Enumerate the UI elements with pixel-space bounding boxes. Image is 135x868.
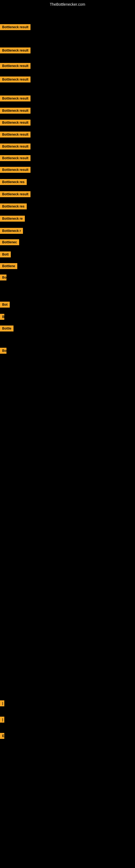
bottleneck-badge-9: Bottleneck result: [0, 155, 31, 161]
bottleneck-badge-5: Bottleneck result: [0, 108, 31, 114]
result-row-6: Bottleneck result: [0, 120, 31, 127]
bottleneck-badge-0: Bottleneck result: [0, 24, 31, 30]
bottleneck-badge-13: Bottleneck res: [0, 204, 27, 209]
result-row-1: Bottleneck result: [0, 48, 31, 55]
result-row-12: Bottleneck result: [0, 191, 31, 198]
result-row-10: Bottleneck result: [0, 167, 31, 174]
bottleneck-badge-10: Bottleneck result: [0, 167, 31, 173]
bottleneck-badge-11: Bottleneck res: [0, 179, 27, 185]
result-row-2: Bottleneck result: [0, 63, 31, 70]
result-row-9: Bottleneck result: [0, 155, 31, 162]
bottleneck-badge-6: Bottleneck result: [0, 120, 31, 126]
bottleneck-badge-17: Bott: [0, 251, 11, 257]
result-row-13: Bottleneck res: [0, 204, 27, 211]
result-row-19: Bo: [0, 275, 6, 282]
bottleneck-badge-21: B: [0, 314, 4, 320]
bottleneck-badge-1: Bottleneck result: [0, 48, 31, 54]
bottleneck-badge-26: E: [0, 733, 4, 739]
bottleneck-badge-20: Bot: [0, 302, 10, 308]
result-row-18: Bottlene: [0, 263, 17, 270]
result-row-0: Bottleneck result: [0, 24, 31, 31]
result-row-16: Bottlenec: [0, 239, 19, 246]
bottleneck-badge-24: |: [0, 701, 4, 706]
bottleneck-badge-19: Bo: [0, 275, 6, 280]
bottleneck-badge-23: Bo: [0, 348, 6, 354]
result-row-5: Bottleneck result: [0, 108, 31, 115]
result-row-25: |: [0, 717, 4, 724]
result-row-7: Bottleneck result: [0, 131, 31, 138]
result-row-4: Bottleneck result: [0, 95, 31, 102]
bottleneck-badge-16: Bottlenec: [0, 239, 19, 245]
bottleneck-badge-25: |: [0, 717, 4, 723]
bottleneck-badge-15: Bottleneck r: [0, 228, 23, 234]
result-row-24: |: [0, 701, 4, 707]
result-row-3: Bottleneck result: [0, 76, 31, 84]
bottleneck-badge-7: Bottleneck result: [0, 131, 31, 137]
result-row-21: B: [0, 314, 4, 321]
bottleneck-badge-8: Bottleneck result: [0, 144, 31, 150]
site-title: TheBottlenecker.com: [0, 0, 135, 9]
bottleneck-badge-18: Bottlene: [0, 263, 17, 269]
bottleneck-badge-22: Bottle: [0, 326, 13, 332]
result-row-26: E: [0, 733, 4, 740]
bottleneck-badge-14: Bottleneck re: [0, 216, 25, 222]
result-row-11: Bottleneck res: [0, 179, 27, 186]
bottleneck-badge-12: Bottleneck result: [0, 191, 31, 197]
result-row-22: Bottle: [0, 326, 13, 333]
result-row-17: Bott: [0, 251, 11, 258]
result-row-23: Bo: [0, 348, 6, 355]
result-row-14: Bottleneck re: [0, 216, 25, 223]
result-row-15: Bottleneck r: [0, 228, 23, 235]
bottleneck-badge-4: Bottleneck result: [0, 95, 31, 101]
bottleneck-badge-3: Bottleneck result: [0, 76, 31, 83]
bottleneck-badge-2: Bottleneck result: [0, 63, 31, 69]
result-row-8: Bottleneck result: [0, 144, 31, 151]
result-row-20: Bot: [0, 302, 10, 309]
